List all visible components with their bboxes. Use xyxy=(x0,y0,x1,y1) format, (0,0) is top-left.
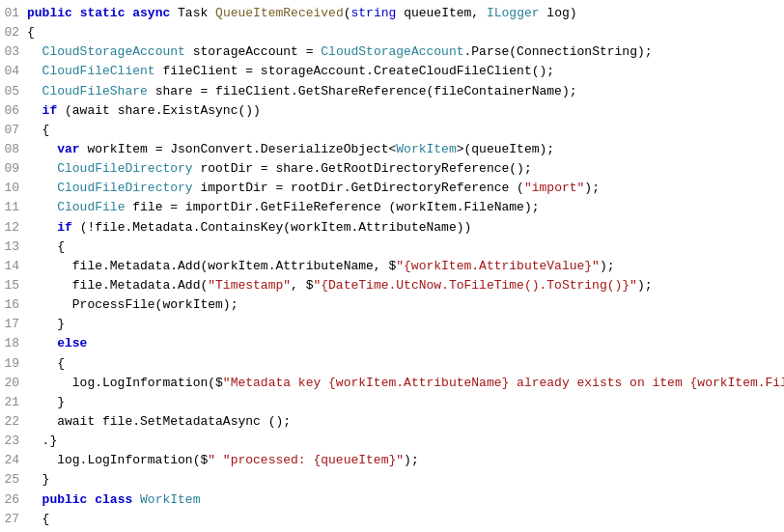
code-line: 23 .} xyxy=(0,432,784,451)
line-number: 18 xyxy=(0,334,27,353)
line-content: { xyxy=(27,23,35,42)
line-content: { xyxy=(27,238,65,257)
line-content: } xyxy=(27,315,65,334)
token-plain: ); xyxy=(637,278,653,293)
token-plain: await file.SetMetadataAsync (); xyxy=(27,414,291,429)
token-plain xyxy=(27,103,42,118)
token-type: WorkItem xyxy=(140,492,200,507)
token-plain: log.LogInformation($ xyxy=(27,453,208,467)
line-number: 11 xyxy=(0,198,27,217)
code-line: 15 file.Metadata.Add("Timestamp", $"{Dat… xyxy=(0,276,784,295)
token-plain: file.Metadata.Add( xyxy=(27,278,208,293)
line-number: 07 xyxy=(0,121,27,140)
code-line: 25 } xyxy=(0,470,784,490)
token-interface: ILogger xyxy=(487,6,540,20)
token-plain: queueItem, xyxy=(396,6,487,20)
token-plain: fileClient = storageAccount.CreateCloudF… xyxy=(155,64,554,78)
line-content: var workItem = JsonConvert.DeserializeOb… xyxy=(27,140,554,159)
code-line: 18 else xyxy=(0,334,784,353)
token-plain xyxy=(27,200,57,214)
token-plain: } xyxy=(27,395,65,409)
token-plain: } xyxy=(27,472,49,487)
line-content: CloudFile file = importDir.GetFileRefere… xyxy=(27,198,540,217)
token-plain xyxy=(27,181,57,195)
line-content: log.LogInformation($" "processed: {queue… xyxy=(27,451,419,470)
line-content: file.Metadata.Add(workItem.AttributeName… xyxy=(27,257,615,276)
line-number: 12 xyxy=(0,218,27,238)
line-content: await file.SetMetadataAsync (); xyxy=(27,412,291,432)
token-kw: if xyxy=(57,220,72,235)
line-content: CloudStorageAccount storageAccount = Clo… xyxy=(27,42,653,62)
code-line: 13 { xyxy=(0,238,784,257)
token-plain xyxy=(27,492,42,507)
line-number: 03 xyxy=(0,42,27,62)
token-plain: { xyxy=(27,123,49,137)
token-method: QueueItemReceived xyxy=(215,6,344,20)
token-plain: log) xyxy=(540,6,577,20)
line-content: public static async Task QueueItemReceiv… xyxy=(27,4,577,23)
code-line: 22 await file.SetMetadataAsync (); xyxy=(0,412,784,432)
code-line: 27 { xyxy=(0,510,784,529)
token-plain: Task xyxy=(170,6,215,20)
token-str: " "processed: {queueItem}" xyxy=(208,453,404,467)
token-kw: if xyxy=(42,103,58,118)
line-content: { xyxy=(27,354,65,374)
code-line: 06 if (await share.ExistAsync()) xyxy=(0,101,784,121)
token-type: CloudFileDirectory xyxy=(57,161,192,176)
token-plain: { xyxy=(27,512,49,526)
code-line: 02{ xyxy=(0,23,784,42)
line-number: 17 xyxy=(0,315,27,334)
line-content: public class WorkItem xyxy=(27,490,200,510)
token-str: "import" xyxy=(524,181,584,195)
token-plain: .} xyxy=(27,434,57,448)
token-type: CloudStorageAccount xyxy=(321,44,463,59)
token-plain: share = fileClient.GetShareReference(fil… xyxy=(148,84,577,98)
line-content: .} xyxy=(27,432,57,451)
token-plain: >(queueItem); xyxy=(457,142,554,156)
code-line: 10 CloudFileDirectory importDir = rootDi… xyxy=(0,179,784,198)
token-kw2: string xyxy=(351,6,397,20)
line-number: 22 xyxy=(0,412,27,432)
line-number: 21 xyxy=(0,393,27,412)
token-kw: public xyxy=(42,492,88,507)
token-plain: log.LogInformation($ xyxy=(27,376,223,390)
token-plain: (!file.Metadata.ContainsKey(workItem.Att… xyxy=(72,220,471,235)
line-number: 20 xyxy=(0,374,27,393)
code-line: 24 log.LogInformation($" "processed: {qu… xyxy=(0,451,784,470)
line-number: 14 xyxy=(0,257,27,276)
line-number: 06 xyxy=(0,101,27,121)
token-plain: , $ xyxy=(291,278,313,293)
token-plain: { xyxy=(27,25,35,40)
line-content: { xyxy=(27,510,49,529)
line-number: 09 xyxy=(0,159,27,179)
token-plain xyxy=(27,84,42,98)
line-content: CloudFileClient fileClient = storageAcco… xyxy=(27,62,554,81)
line-number: 15 xyxy=(0,276,27,295)
code-editor: 01public static async Task QueueItemRece… xyxy=(0,0,784,532)
line-number: 26 xyxy=(0,490,27,510)
token-type: WorkItem xyxy=(396,142,456,156)
line-number: 27 xyxy=(0,510,27,529)
line-number: 08 xyxy=(0,140,27,159)
code-line: 21 } xyxy=(0,393,784,412)
code-line: 19 { xyxy=(0,354,784,374)
code-line: 26 public class WorkItem xyxy=(0,490,784,510)
token-plain xyxy=(72,6,80,20)
token-plain: { xyxy=(27,356,65,371)
line-content: ProcessFile(workItem); xyxy=(27,295,238,315)
line-content: log.LogInformation($"Metadata key {workI… xyxy=(27,374,784,393)
token-type: CloudFileClient xyxy=(42,64,155,78)
line-content: } xyxy=(27,470,49,490)
code-line: 11 CloudFile file = importDir.GetFileRef… xyxy=(0,198,784,217)
code-line: 05 CloudFileShare share = fileClient.Get… xyxy=(0,82,784,101)
token-plain: file.Metadata.Add(workItem.AttributeName… xyxy=(27,259,396,273)
line-content: if (await share.ExistAsync()) xyxy=(27,101,261,121)
line-number: 01 xyxy=(0,4,27,23)
code-line: 01public static async Task QueueItemRece… xyxy=(0,4,784,23)
line-content: CloudFileShare share = fileClient.GetSha… xyxy=(27,82,577,101)
token-plain: { xyxy=(27,239,65,254)
token-str: "{DateTime.UtcNow.ToFileTime().ToString(… xyxy=(313,278,636,293)
token-plain: storageAccount = xyxy=(185,44,321,59)
token-plain: ); xyxy=(600,259,615,273)
line-number: 02 xyxy=(0,23,27,42)
